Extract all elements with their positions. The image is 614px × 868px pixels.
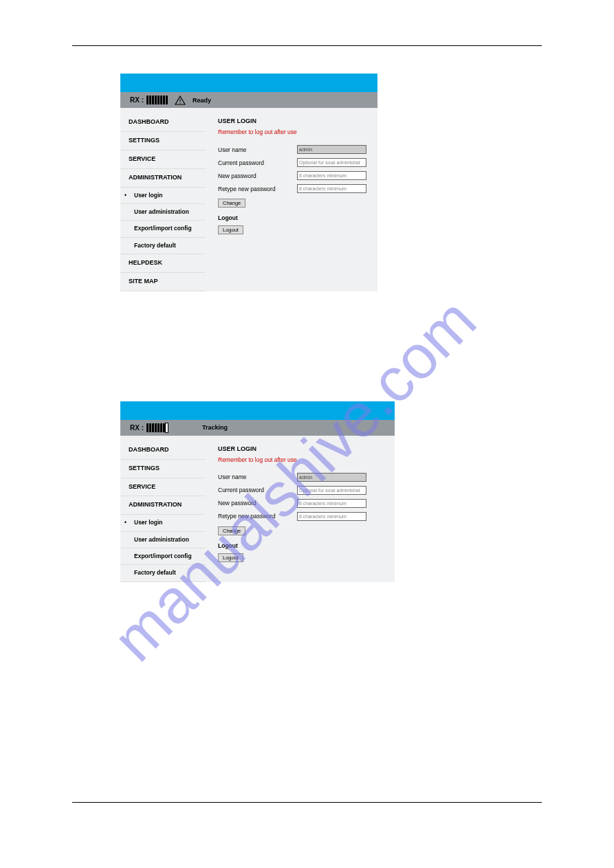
current-password-field[interactable]: Optional for local administrat (297, 486, 366, 495)
retype-password-label: Retype new password (218, 186, 297, 192)
status-text: Ready (193, 97, 211, 104)
new-password-field[interactable]: 8 characters minimum (297, 171, 366, 180)
sidebar-item-service[interactable]: SERVICE (120, 151, 206, 169)
sidebar-item-user-login[interactable]: User login (120, 188, 206, 204)
figure-2: RX : Tracking DASHBOARD SETTINGS SERVICE… (120, 401, 395, 582)
page-title: USER LOGIN (218, 445, 385, 452)
new-password-label: New password (218, 173, 297, 179)
brand-bar (120, 74, 377, 92)
new-password-field[interactable]: 8 characters minimum (297, 499, 366, 508)
svg-point-1 (179, 102, 180, 103)
signal-bars-icon (146, 423, 168, 432)
logout-warning: Remember to log out after use (218, 456, 385, 463)
sidebar-item-user-administration[interactable]: User administration (120, 532, 206, 548)
sidebar-item-settings[interactable]: SETTINGS (120, 460, 206, 478)
retype-password-field[interactable]: 8 characters minimum (297, 184, 366, 193)
figure-1: RX : Ready DASHBOARD SETTINGS SERVICE AD… (120, 74, 377, 291)
current-password-label: Current password (218, 487, 297, 493)
sidebar-item-administration[interactable]: ADMINISTRATION (120, 496, 206, 515)
sidebar-item-export-import[interactable]: Export/import config (120, 221, 206, 237)
change-button[interactable]: Change (218, 526, 245, 535)
brand-bar (120, 401, 395, 420)
logout-section-label: Logout (218, 214, 368, 221)
sidebar: DASHBOARD SETTINGS SERVICE ADMINISTRATIO… (120, 108, 206, 291)
sidebar-item-helpdesk[interactable]: HELPDESK (120, 254, 206, 273)
logout-section-label: Logout (218, 542, 385, 549)
current-password-field[interactable]: Optional for local administrat (297, 158, 366, 167)
logout-button[interactable]: Logout (218, 553, 243, 562)
sidebar-item-user-administration[interactable]: User administration (120, 204, 206, 221)
sidebar-item-service[interactable]: SERVICE (120, 478, 206, 497)
change-button[interactable]: Change (218, 199, 245, 208)
username-label: User name (218, 474, 297, 480)
username-field[interactable]: admin (297, 145, 366, 154)
sidebar-item-export-import[interactable]: Export/import config (120, 548, 206, 565)
footer-rule (72, 802, 542, 803)
retype-password-label: Retype new password (218, 513, 297, 520)
retype-password-field[interactable]: 8 characters minimum (297, 512, 366, 521)
sidebar-item-site-map[interactable]: SITE MAP (120, 273, 206, 291)
logout-button[interactable]: Logout (218, 225, 243, 234)
sidebar-item-dashboard[interactable]: DASHBOARD (120, 113, 206, 132)
page-title: USER LOGIN (218, 118, 368, 124)
logout-warning: Remember to log out after use (218, 129, 368, 135)
header-rule (72, 45, 542, 46)
current-password-label: Current password (218, 159, 297, 166)
sidebar-item-user-login[interactable]: User login (120, 515, 206, 531)
username-field[interactable]: admin (297, 473, 366, 482)
sidebar-item-factory-default[interactable]: Factory default (120, 565, 206, 581)
rx-label: RX : (130, 424, 144, 432)
status-text: Tracking (202, 424, 228, 431)
signal-bars-icon (146, 96, 168, 104)
sidebar-item-dashboard[interactable]: DASHBOARD (120, 441, 206, 460)
sidebar-item-administration[interactable]: ADMINISTRATION (120, 169, 206, 188)
content-panel: USER LOGIN Remember to log out after use… (206, 108, 377, 291)
status-bar: RX : Tracking (120, 420, 395, 436)
sidebar-item-settings[interactable]: SETTINGS (120, 132, 206, 151)
sidebar-item-factory-default[interactable]: Factory default (120, 238, 206, 254)
rx-label: RX : (130, 96, 144, 104)
content-panel: USER LOGIN Remember to log out after use… (206, 436, 395, 582)
username-label: User name (218, 146, 297, 153)
sidebar: DASHBOARD SETTINGS SERVICE ADMINISTRATIO… (120, 436, 206, 582)
new-password-label: New password (218, 500, 297, 507)
status-bar: RX : Ready (120, 92, 377, 108)
warning-icon (175, 96, 186, 105)
